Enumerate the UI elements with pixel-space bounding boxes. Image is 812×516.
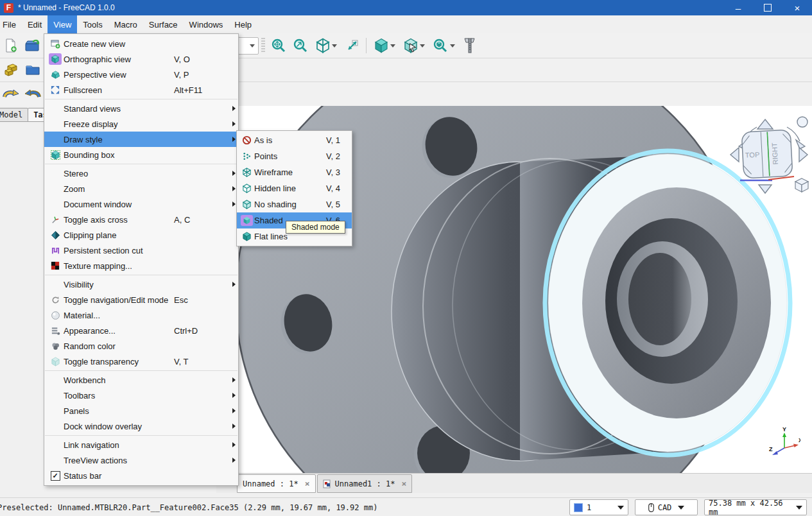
menu-macro[interactable]: Macro: [108, 15, 143, 33]
redo-button[interactable]: [22, 85, 43, 104]
menu-tools[interactable]: Tools: [77, 15, 108, 33]
submenu-arrow-icon: [228, 202, 236, 207]
chevron-down-icon: [250, 44, 255, 47]
selection-view-button[interactable]: [400, 36, 428, 55]
undo-button[interactable]: [1, 85, 21, 104]
fit-all-button[interactable]: [268, 36, 289, 55]
menu-file[interactable]: File: [0, 15, 22, 33]
menu-item-zoom[interactable]: Zoom: [44, 181, 238, 196]
clipping-plane-icon: [47, 230, 64, 240]
points-icon: [239, 151, 254, 161]
menu-item-bounding-box[interactable]: Bounding box: [44, 147, 238, 162]
chevron-down-icon: [390, 44, 395, 47]
axonometric-view-button[interactable]: [312, 36, 340, 55]
menu-item-random-color[interactable]: Random color: [44, 338, 238, 354]
new-document-icon: [3, 38, 19, 53]
navigation-cube[interactable]: TOP RIGHT: [722, 108, 809, 204]
axis-cross-icon: [47, 215, 64, 225]
submenu-item-hidden-line[interactable]: Hidden lineV, 4: [237, 180, 352, 196]
menu-item-orthographic-view[interactable]: Orthographic viewV, O: [44, 51, 238, 67]
menu-item-persistent-section-cut[interactable]: Persistent section cut: [44, 243, 238, 258]
close-button[interactable]: ×: [782, 0, 812, 15]
submenu-item-points[interactable]: PointsV, 2: [237, 148, 352, 164]
chevron-down-icon: [332, 44, 337, 47]
menu-item-freeze-display[interactable]: Freeze display: [44, 116, 238, 132]
submenu-item-no-shading[interactable]: No shadingV, 5: [237, 196, 352, 212]
menu-surface[interactable]: Surface: [143, 15, 184, 33]
material-sphere-icon: [47, 311, 64, 320]
blue-arrow-icon: [24, 87, 42, 102]
minimize-button[interactable]: –: [723, 0, 753, 15]
tab-label: Unnamed1 : 1*: [335, 479, 395, 488]
sync-view-button[interactable]: [429, 36, 458, 55]
chevron-down-icon: [796, 506, 802, 510]
flat-lines-icon: [239, 232, 254, 241]
menu-view[interactable]: View: [48, 15, 77, 33]
submenu-item-wireframe[interactable]: WireframeV, 3: [237, 164, 352, 180]
measure-button[interactable]: [341, 36, 362, 55]
menu-item-status-bar[interactable]: ✓Status bar: [44, 468, 238, 483]
menu-item-visibility[interactable]: Visibility: [44, 277, 238, 292]
create-new-view-icon: [47, 39, 64, 49]
menu-item-panels[interactable]: Panels: [44, 403, 238, 418]
nav-cube-top-label: TOP: [745, 151, 760, 159]
menu-item-standard-views[interactable]: Standard views: [44, 101, 238, 116]
menu-item-create-new-view[interactable]: Create new view: [44, 36, 238, 51]
submenu-item-as-is[interactable]: As isV, 1: [237, 132, 352, 148]
tab-model[interactable]: Model: [0, 108, 28, 122]
document-tab-unnamed1[interactable]: Unnamed1 : 1* ×: [317, 474, 413, 493]
menu-item-treeview-actions[interactable]: TreeView actions: [44, 452, 238, 468]
part-workbench-button[interactable]: [1, 60, 21, 80]
freecad-window: F * Unnamed - FreeCAD 1.0.0 – × File Edi…: [0, 0, 812, 516]
mdi-tab-bar: Unnamed : 1* × Unnamed1 : 1* ×: [216, 473, 812, 493]
draw-style-button[interactable]: [370, 36, 399, 55]
menu-item-document-window[interactable]: Document window: [44, 196, 238, 212]
draw-style-cube-icon: [374, 38, 389, 53]
menu-item-toggle-transparency[interactable]: Toggle transparencyV, T: [44, 354, 238, 369]
folder-button[interactable]: [22, 60, 43, 80]
menu-help[interactable]: Help: [229, 15, 257, 33]
bounding-box-icon: [47, 150, 64, 160]
submenu-arrow-icon: [228, 377, 236, 383]
toolbar-separator: [366, 38, 367, 53]
toolbar-grip[interactable]: [261, 38, 265, 53]
as-is-icon: [239, 135, 254, 145]
axonometric-cube-icon: [315, 38, 331, 53]
submenu-arrow-icon: [228, 442, 236, 447]
navigation-style-combo[interactable]: CAD: [635, 499, 698, 515]
open-document-button[interactable]: [22, 36, 43, 55]
menu-item-draw-style[interactable]: Draw style: [44, 132, 238, 147]
submenu-arrow-icon: [228, 424, 236, 429]
maximize-button[interactable]: [753, 0, 782, 15]
menu-item-toolbars[interactable]: Toolbars: [44, 388, 238, 403]
close-icon[interactable]: ×: [305, 479, 310, 488]
fit-selection-button[interactable]: [290, 36, 311, 55]
menu-item-toggle-navigation[interactable]: Toggle navigation/Edit modeEsc: [44, 292, 238, 307]
titlebar: F * Unnamed - FreeCAD 1.0.0 – ×: [0, 0, 812, 15]
freecad-logo-icon: F: [4, 3, 13, 13]
measurement-caliper-button[interactable]: [459, 36, 479, 55]
menu-item-appearance[interactable]: Appearance...Ctrl+D: [44, 323, 238, 338]
menu-item-texture-mapping[interactable]: Texture mapping...: [44, 258, 238, 273]
menu-item-clipping-plane[interactable]: Clipping plane: [44, 227, 238, 243]
open-folder-icon: [24, 38, 41, 53]
close-icon[interactable]: ×: [401, 479, 406, 488]
menu-item-material[interactable]: Material...: [44, 307, 238, 323]
menu-item-stereo[interactable]: Stereo: [44, 166, 238, 181]
fit-all-icon: [271, 38, 287, 54]
menu-item-workbench[interactable]: Workbench: [44, 372, 238, 388]
orthographic-view-icon: [47, 53, 64, 65]
menu-item-dock-window-overlay[interactable]: Dock window overlay: [44, 418, 238, 434]
document-tab-unnamed[interactable]: Unnamed : 1* ×: [237, 474, 316, 493]
nav-cube-mini-cube: [795, 178, 808, 192]
menu-item-perspective-view[interactable]: Perspective viewV, P: [44, 67, 238, 82]
menu-item-fullscreen[interactable]: FullscreenAlt+F11: [44, 82, 238, 98]
blue-folder-icon: [24, 62, 41, 78]
menu-item-link-navigation[interactable]: Link navigation: [44, 437, 238, 452]
menu-item-toggle-axis-cross[interactable]: Toggle axis crossA, C: [44, 212, 238, 227]
new-document-button[interactable]: [1, 36, 21, 55]
menu-edit[interactable]: Edit: [22, 15, 48, 33]
unit-combo[interactable]: 1: [569, 499, 628, 515]
menu-windows[interactable]: Windows: [184, 15, 229, 33]
dimension-combo[interactable]: 75.38 mm x 42.56 mm: [704, 499, 807, 515]
